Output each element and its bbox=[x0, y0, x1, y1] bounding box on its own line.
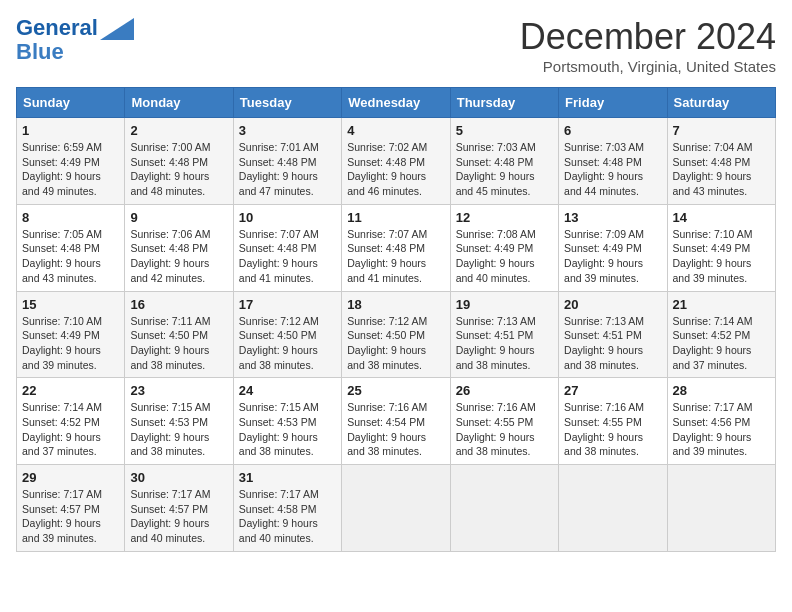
day-number: 20 bbox=[564, 297, 661, 312]
day-number: 19 bbox=[456, 297, 553, 312]
day-detail: Sunrise: 7:12 AMSunset: 4:50 PMDaylight:… bbox=[239, 314, 336, 373]
day-detail: Sunrise: 7:15 AMSunset: 4:53 PMDaylight:… bbox=[239, 400, 336, 459]
calendar-cell: 11Sunrise: 7:07 AMSunset: 4:48 PMDayligh… bbox=[342, 204, 450, 291]
day-number: 23 bbox=[130, 383, 227, 398]
calendar-table: SundayMondayTuesdayWednesdayThursdayFrid… bbox=[16, 87, 776, 552]
day-number: 6 bbox=[564, 123, 661, 138]
calendar-week-1: 1Sunrise: 6:59 AMSunset: 4:49 PMDaylight… bbox=[17, 118, 776, 205]
day-detail: Sunrise: 7:01 AMSunset: 4:48 PMDaylight:… bbox=[239, 140, 336, 199]
calendar-cell: 31Sunrise: 7:17 AMSunset: 4:58 PMDayligh… bbox=[233, 465, 341, 552]
calendar-cell bbox=[559, 465, 667, 552]
day-detail: Sunrise: 7:16 AMSunset: 4:55 PMDaylight:… bbox=[564, 400, 661, 459]
calendar-cell: 4Sunrise: 7:02 AMSunset: 4:48 PMDaylight… bbox=[342, 118, 450, 205]
day-detail: Sunrise: 7:00 AMSunset: 4:48 PMDaylight:… bbox=[130, 140, 227, 199]
calendar-cell bbox=[667, 465, 775, 552]
calendar-cell: 28Sunrise: 7:17 AMSunset: 4:56 PMDayligh… bbox=[667, 378, 775, 465]
weekday-header-saturday: Saturday bbox=[667, 88, 775, 118]
weekday-header-wednesday: Wednesday bbox=[342, 88, 450, 118]
calendar-cell: 25Sunrise: 7:16 AMSunset: 4:54 PMDayligh… bbox=[342, 378, 450, 465]
day-number: 3 bbox=[239, 123, 336, 138]
calendar-cell: 10Sunrise: 7:07 AMSunset: 4:48 PMDayligh… bbox=[233, 204, 341, 291]
calendar-cell bbox=[450, 465, 558, 552]
day-detail: Sunrise: 7:03 AMSunset: 4:48 PMDaylight:… bbox=[456, 140, 553, 199]
day-number: 13 bbox=[564, 210, 661, 225]
day-number: 11 bbox=[347, 210, 444, 225]
day-detail: Sunrise: 7:13 AMSunset: 4:51 PMDaylight:… bbox=[456, 314, 553, 373]
day-number: 15 bbox=[22, 297, 119, 312]
day-detail: Sunrise: 7:12 AMSunset: 4:50 PMDaylight:… bbox=[347, 314, 444, 373]
day-detail: Sunrise: 7:04 AMSunset: 4:48 PMDaylight:… bbox=[673, 140, 770, 199]
weekday-header-sunday: Sunday bbox=[17, 88, 125, 118]
calendar-cell: 20Sunrise: 7:13 AMSunset: 4:51 PMDayligh… bbox=[559, 291, 667, 378]
calendar-cell: 21Sunrise: 7:14 AMSunset: 4:52 PMDayligh… bbox=[667, 291, 775, 378]
day-detail: Sunrise: 7:05 AMSunset: 4:48 PMDaylight:… bbox=[22, 227, 119, 286]
logo-blue-text: Blue bbox=[16, 40, 64, 64]
day-number: 8 bbox=[22, 210, 119, 225]
day-number: 24 bbox=[239, 383, 336, 398]
day-number: 10 bbox=[239, 210, 336, 225]
calendar-cell: 18Sunrise: 7:12 AMSunset: 4:50 PMDayligh… bbox=[342, 291, 450, 378]
day-detail: Sunrise: 7:16 AMSunset: 4:55 PMDaylight:… bbox=[456, 400, 553, 459]
logo: General Blue bbox=[16, 16, 134, 64]
calendar-cell: 23Sunrise: 7:15 AMSunset: 4:53 PMDayligh… bbox=[125, 378, 233, 465]
day-number: 9 bbox=[130, 210, 227, 225]
month-title: December 2024 bbox=[520, 16, 776, 58]
day-number: 12 bbox=[456, 210, 553, 225]
title-block: December 2024 Portsmouth, Virginia, Unit… bbox=[520, 16, 776, 75]
calendar-cell: 13Sunrise: 7:09 AMSunset: 4:49 PMDayligh… bbox=[559, 204, 667, 291]
calendar-week-3: 15Sunrise: 7:10 AMSunset: 4:49 PMDayligh… bbox=[17, 291, 776, 378]
calendar-cell: 6Sunrise: 7:03 AMSunset: 4:48 PMDaylight… bbox=[559, 118, 667, 205]
calendar-cell: 26Sunrise: 7:16 AMSunset: 4:55 PMDayligh… bbox=[450, 378, 558, 465]
day-number: 25 bbox=[347, 383, 444, 398]
calendar-cell: 29Sunrise: 7:17 AMSunset: 4:57 PMDayligh… bbox=[17, 465, 125, 552]
day-number: 29 bbox=[22, 470, 119, 485]
weekday-header-monday: Monday bbox=[125, 88, 233, 118]
day-detail: Sunrise: 7:16 AMSunset: 4:54 PMDaylight:… bbox=[347, 400, 444, 459]
calendar-cell: 8Sunrise: 7:05 AMSunset: 4:48 PMDaylight… bbox=[17, 204, 125, 291]
day-number: 26 bbox=[456, 383, 553, 398]
day-detail: Sunrise: 7:14 AMSunset: 4:52 PMDaylight:… bbox=[22, 400, 119, 459]
location: Portsmouth, Virginia, United States bbox=[520, 58, 776, 75]
day-number: 17 bbox=[239, 297, 336, 312]
calendar-cell: 17Sunrise: 7:12 AMSunset: 4:50 PMDayligh… bbox=[233, 291, 341, 378]
calendar-cell: 3Sunrise: 7:01 AMSunset: 4:48 PMDaylight… bbox=[233, 118, 341, 205]
day-detail: Sunrise: 7:06 AMSunset: 4:48 PMDaylight:… bbox=[130, 227, 227, 286]
day-detail: Sunrise: 7:13 AMSunset: 4:51 PMDaylight:… bbox=[564, 314, 661, 373]
logo-text: General bbox=[16, 16, 98, 40]
day-number: 22 bbox=[22, 383, 119, 398]
day-number: 14 bbox=[673, 210, 770, 225]
day-detail: Sunrise: 7:15 AMSunset: 4:53 PMDaylight:… bbox=[130, 400, 227, 459]
day-detail: Sunrise: 7:07 AMSunset: 4:48 PMDaylight:… bbox=[347, 227, 444, 286]
day-detail: Sunrise: 7:03 AMSunset: 4:48 PMDaylight:… bbox=[564, 140, 661, 199]
day-number: 7 bbox=[673, 123, 770, 138]
day-detail: Sunrise: 7:09 AMSunset: 4:49 PMDaylight:… bbox=[564, 227, 661, 286]
calendar-cell: 2Sunrise: 7:00 AMSunset: 4:48 PMDaylight… bbox=[125, 118, 233, 205]
weekday-header-friday: Friday bbox=[559, 88, 667, 118]
calendar-cell: 9Sunrise: 7:06 AMSunset: 4:48 PMDaylight… bbox=[125, 204, 233, 291]
day-detail: Sunrise: 7:17 AMSunset: 4:57 PMDaylight:… bbox=[22, 487, 119, 546]
day-detail: Sunrise: 7:10 AMSunset: 4:49 PMDaylight:… bbox=[673, 227, 770, 286]
day-detail: Sunrise: 7:17 AMSunset: 4:56 PMDaylight:… bbox=[673, 400, 770, 459]
day-detail: Sunrise: 7:10 AMSunset: 4:49 PMDaylight:… bbox=[22, 314, 119, 373]
calendar-cell: 27Sunrise: 7:16 AMSunset: 4:55 PMDayligh… bbox=[559, 378, 667, 465]
logo-icon bbox=[100, 18, 134, 40]
calendar-cell: 24Sunrise: 7:15 AMSunset: 4:53 PMDayligh… bbox=[233, 378, 341, 465]
day-detail: Sunrise: 7:02 AMSunset: 4:48 PMDaylight:… bbox=[347, 140, 444, 199]
day-number: 30 bbox=[130, 470, 227, 485]
weekday-header-row: SundayMondayTuesdayWednesdayThursdayFrid… bbox=[17, 88, 776, 118]
day-detail: Sunrise: 7:17 AMSunset: 4:58 PMDaylight:… bbox=[239, 487, 336, 546]
weekday-header-tuesday: Tuesday bbox=[233, 88, 341, 118]
day-number: 4 bbox=[347, 123, 444, 138]
calendar-cell: 14Sunrise: 7:10 AMSunset: 4:49 PMDayligh… bbox=[667, 204, 775, 291]
calendar-cell: 7Sunrise: 7:04 AMSunset: 4:48 PMDaylight… bbox=[667, 118, 775, 205]
day-number: 1 bbox=[22, 123, 119, 138]
weekday-header-thursday: Thursday bbox=[450, 88, 558, 118]
calendar-cell: 15Sunrise: 7:10 AMSunset: 4:49 PMDayligh… bbox=[17, 291, 125, 378]
calendar-week-5: 29Sunrise: 7:17 AMSunset: 4:57 PMDayligh… bbox=[17, 465, 776, 552]
day-number: 31 bbox=[239, 470, 336, 485]
calendar-cell: 30Sunrise: 7:17 AMSunset: 4:57 PMDayligh… bbox=[125, 465, 233, 552]
day-detail: Sunrise: 7:17 AMSunset: 4:57 PMDaylight:… bbox=[130, 487, 227, 546]
day-number: 2 bbox=[130, 123, 227, 138]
calendar-cell: 16Sunrise: 7:11 AMSunset: 4:50 PMDayligh… bbox=[125, 291, 233, 378]
day-detail: Sunrise: 7:11 AMSunset: 4:50 PMDaylight:… bbox=[130, 314, 227, 373]
